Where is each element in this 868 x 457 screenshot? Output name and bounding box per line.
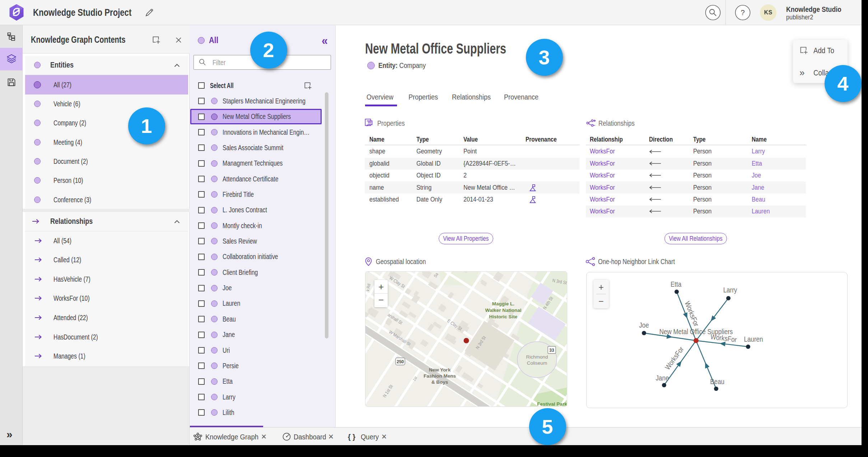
svg-text:Historic Site: Historic Site <box>489 314 518 319</box>
svg-text:Etta: Etta <box>671 280 682 288</box>
svg-text:Walker National: Walker National <box>485 308 522 313</box>
svg-text:WorksFor: WorksFor <box>710 332 737 343</box>
svg-text:?: ? <box>741 9 745 17</box>
svg-text:Fashion Mens: Fashion Mens <box>424 373 456 379</box>
svg-text:Larry: Larry <box>723 286 737 294</box>
svg-text:Lauren: Lauren <box>744 335 763 343</box>
svg-text:WorksFor: WorksFor <box>663 345 685 371</box>
svg-text:Coliseum: Coliseum <box>527 360 547 366</box>
svg-text:New York: New York <box>429 367 451 373</box>
svg-text:33: 33 <box>549 348 554 353</box>
svg-text:Beau: Beau <box>710 378 724 386</box>
svg-text:Jane: Jane <box>656 374 669 382</box>
svg-text:Richmond: Richmond <box>526 354 548 360</box>
svg-text:Maggie L.: Maggie L. <box>492 301 514 306</box>
svg-text:& Boys: & Boys <box>431 379 448 385</box>
svg-text:250: 250 <box>397 359 404 364</box>
svg-text:Joe: Joe <box>639 321 649 329</box>
svg-text:Festival Park: Festival Park <box>537 401 567 407</box>
